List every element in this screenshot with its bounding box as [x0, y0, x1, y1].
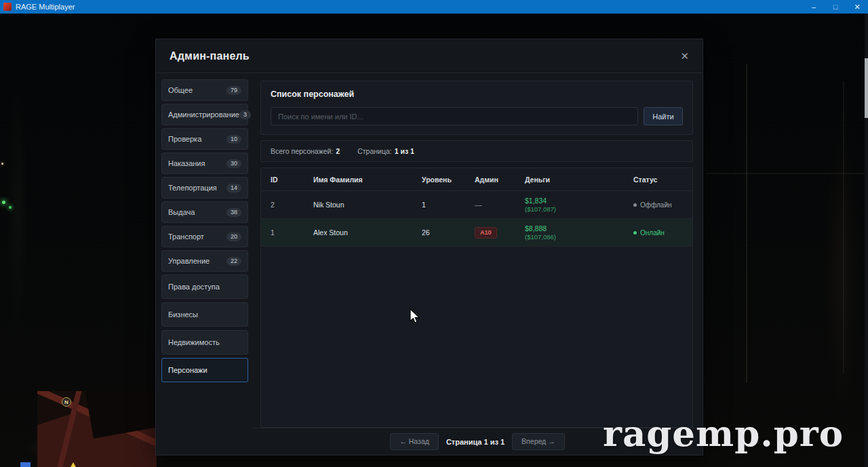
minimap: N	[37, 391, 157, 467]
search-input[interactable]	[271, 107, 638, 125]
pagination-page-label: Страница 1 из 1	[446, 438, 505, 446]
status-label: Онлайн	[640, 229, 665, 237]
sidebar-item-label: Телепортация	[168, 184, 217, 192]
money-bank: ($107,086)	[525, 233, 633, 241]
panel-close-icon[interactable]: ✕	[680, 51, 689, 61]
hud-element	[20, 462, 31, 467]
close-icon[interactable]: ✕	[846, 0, 868, 14]
table-row[interactable]: 2 Nik Stoun 1 — $1,834 ($107,087) Оффлай…	[261, 191, 692, 219]
sidebar-item-upravlenie[interactable]: Управление 22	[161, 250, 248, 272]
sidebar-item-obshchee[interactable]: Общее 79	[161, 79, 248, 101]
panel-body: Общее 79 Администрирование 3 Проверка 10…	[156, 73, 703, 455]
find-button[interactable]: Найти	[644, 107, 683, 125]
status-label: Оффлайн	[640, 201, 672, 209]
count-badge: 3	[239, 110, 251, 119]
characters-table: ID Имя Фамилия Уровень Админ Деньги Стат…	[260, 167, 693, 428]
col-header-money: Деньги	[525, 176, 633, 184]
panel-header: Админ-панель ✕	[156, 39, 703, 73]
sidebar-item-teleportaciya[interactable]: Телепортация 14	[161, 177, 248, 199]
sidebar-item-label: Управление	[168, 257, 210, 265]
sidebar-item-label: Бизнесы	[168, 310, 198, 319]
status-dot-icon	[633, 231, 637, 235]
page-label: Страница:	[357, 147, 392, 155]
fence-rail	[705, 173, 868, 174]
sidebar-item-administrirovanie[interactable]: Администрирование 3	[161, 104, 248, 125]
main-content: Список персонажей Найти Всего персонажей…	[252, 73, 703, 455]
cell-id: 2	[271, 201, 313, 209]
scrollbar-thumb[interactable]	[865, 58, 868, 118]
cell-admin: —	[475, 201, 525, 209]
sidebar-item-label: Персонажи	[168, 366, 208, 374]
sidebar-item-prava-dostupa[interactable]: Права доступа	[161, 275, 248, 299]
total-characters: Всего персонажей:2	[271, 147, 340, 155]
traffic-light-green	[9, 206, 12, 209]
rage-logo-icon	[3, 3, 12, 11]
sidebar-item-personazhi[interactable]: Персонажи	[161, 358, 248, 382]
sidebar-item-label: Транспорт	[168, 232, 204, 241]
panel-title: Админ-панель	[170, 50, 250, 62]
window-title: RAGE Multiplayer	[16, 3, 75, 11]
sidebar-item-proverka[interactable]: Проверка 10	[161, 128, 248, 150]
search-section: Список персонажей Найти	[260, 81, 693, 135]
count-badge: 79	[226, 86, 241, 95]
sidebar-item-nakazaniya[interactable]: Наказания 30	[161, 153, 248, 174]
count-badge: 38	[226, 208, 241, 217]
col-header-name: Имя Фамилия	[313, 176, 422, 184]
cell-id: 1	[271, 228, 313, 237]
count-badge: 20	[226, 232, 241, 241]
col-header-admin: Админ	[475, 176, 525, 184]
cell-name: Alex Stoun	[313, 228, 422, 237]
sidebar-item-label: Проверка	[168, 135, 201, 143]
money-bank: ($107,087)	[525, 205, 633, 213]
sidebar-item-label: Наказания	[168, 159, 205, 167]
col-header-id: ID	[271, 176, 313, 184]
screen: N RAGE Multiplayer – □ ✕ Админ-панель ✕ …	[0, 0, 868, 467]
maximize-icon[interactable]: □	[825, 0, 846, 14]
sidebar-item-label: Выдача	[168, 208, 195, 216]
pagination-bar: ← Назад Страница 1 из 1 Вперед →	[252, 428, 703, 455]
count-badge: 14	[226, 184, 241, 192]
page-value: 1 из 1	[395, 147, 414, 155]
back-button[interactable]: ← Назад	[390, 433, 439, 450]
scrollbar[interactable]	[865, 14, 868, 467]
status-dot-icon	[633, 203, 637, 207]
money-cash: $1,834	[525, 197, 633, 205]
count-badge: 22	[226, 257, 241, 266]
col-header-status: Статус	[633, 176, 683, 184]
table-row[interactable]: 1 Alex Stoun 26 A10 $8,888 ($107,086) Он	[261, 219, 692, 247]
search-row: Найти	[271, 107, 683, 125]
sidebar-item-label: Общее	[168, 86, 193, 94]
cell-level: 26	[422, 228, 475, 237]
page-indicator: Страница:1 из 1	[357, 147, 414, 155]
cell-money: $8,888 ($107,086)	[525, 224, 633, 241]
fence-post	[843, 81, 844, 373]
sidebar-item-label: Недвижимость	[168, 338, 220, 346]
window-controls: – □ ✕	[803, 0, 868, 14]
cell-name: Nik Stoun	[313, 201, 422, 209]
sidebar-item-vydacha[interactable]: Выдача 38	[161, 201, 248, 223]
street-light	[1, 163, 3, 165]
sidebar: Общее 79 Администрирование 3 Проверка 10…	[156, 73, 252, 455]
sidebar-item-transport[interactable]: Транспорт 20	[161, 226, 248, 247]
status-badge: Онлайн	[633, 229, 683, 237]
col-header-level: Уровень	[422, 176, 475, 184]
cell-admin: A10	[475, 227, 525, 239]
sidebar-item-nedvizhimost[interactable]: Недвижимость	[161, 330, 248, 354]
admin-level-badge: A10	[475, 227, 497, 239]
section-heading: Список персонажей	[271, 89, 683, 99]
admin-panel: Админ-панель ✕ Общее 79 Администрировани…	[155, 39, 703, 455]
money-cash: $8,888	[525, 224, 633, 232]
minimize-icon[interactable]: –	[803, 0, 825, 14]
fence-post	[746, 64, 747, 383]
total-value: 2	[336, 147, 340, 155]
stats-bar: Всего персонажей:2 Страница:1 из 1	[260, 140, 693, 162]
status-badge: Оффлайн	[633, 201, 683, 209]
sidebar-item-label: Администрирование	[168, 110, 239, 119]
traffic-light-green	[2, 201, 5, 204]
sidebar-item-biznesy[interactable]: Бизнесы	[161, 302, 248, 327]
count-badge: 30	[226, 159, 241, 168]
sidebar-item-label: Права доступа	[168, 283, 220, 291]
total-label: Всего персонажей:	[271, 147, 333, 155]
next-button[interactable]: Вперед →	[512, 433, 565, 450]
window-titlebar: RAGE Multiplayer – □ ✕	[0, 0, 868, 14]
